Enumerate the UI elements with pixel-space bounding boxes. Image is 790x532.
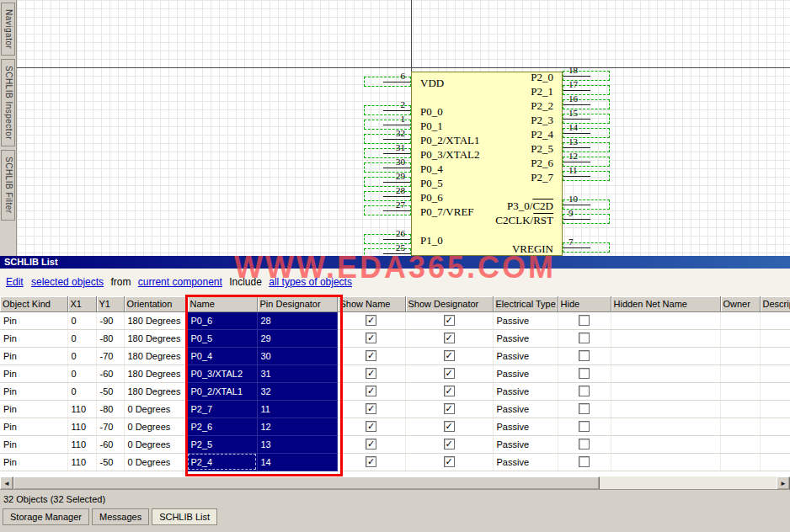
cell-name[interactable]: P0_6 <box>187 311 257 329</box>
cell-electrical-type[interactable]: Passive <box>493 453 558 471</box>
column-header-owner[interactable]: Owner <box>720 296 760 311</box>
cell-show-designator[interactable]: ✓ <box>405 364 493 382</box>
cell-hide-checkbox[interactable] <box>579 439 590 450</box>
cell-object-kind[interactable]: Pin <box>0 400 67 418</box>
cell-pin-designator[interactable]: 12 <box>257 418 337 435</box>
cell-electrical-type[interactable]: Passive <box>493 311 558 329</box>
cell-name[interactable]: P0_4 <box>187 347 257 364</box>
cell-y1[interactable]: -70 <box>96 347 124 364</box>
cell-hide[interactable] <box>558 311 611 329</box>
side-tab-schlib-inspector[interactable]: SCHLIB Inspector <box>1 59 15 146</box>
cell-show-name[interactable]: ✓ <box>337 347 405 364</box>
column-header-x1[interactable]: X1 <box>67 296 96 311</box>
cell-owner[interactable] <box>720 400 760 418</box>
pin-c2clk-rst[interactable]: 9 <box>563 214 610 224</box>
cell-show-designator-checkbox[interactable]: ✓ <box>444 368 455 379</box>
scroll-right-arrow-icon[interactable]: ► <box>777 476 790 490</box>
cell-hide-checkbox[interactable] <box>579 315 590 326</box>
cell-orientation[interactable]: 0 Degrees <box>124 435 187 453</box>
cell-hide-checkbox[interactable] <box>579 350 590 361</box>
cell-x1[interactable]: 110 <box>67 453 96 471</box>
pin-25[interactable]: 25 <box>364 248 411 256</box>
cell-show-name-checkbox[interactable]: ✓ <box>366 332 376 343</box>
cell-hidden-net-name[interactable] <box>611 347 720 364</box>
cell-object-kind[interactable]: Pin <box>0 418 67 435</box>
cell-show-designator-checkbox[interactable]: ✓ <box>444 332 455 343</box>
schematic-canvas[interactable]: VDDP0_0P0_1P0_2/XTAL1P0_3/XTAL2P0_4P0_5P… <box>17 0 790 256</box>
cell-show-designator[interactable]: ✓ <box>405 418 493 435</box>
cell-name[interactable]: P0_5 <box>187 329 257 347</box>
cell-y1[interactable]: -60 <box>96 435 124 453</box>
cell-electrical-type[interactable]: Passive <box>493 329 558 347</box>
cell-show-name-checkbox[interactable]: ✓ <box>366 368 376 379</box>
cell-y1[interactable]: -90 <box>96 311 124 329</box>
bottom-tab-schlib-list[interactable]: SCHLIB List <box>152 508 217 525</box>
column-header-object-kind[interactable]: Object Kind <box>0 296 67 311</box>
cell-electrical-type[interactable]: Passive <box>493 347 558 364</box>
cell-hide[interactable] <box>558 400 611 418</box>
cell-electrical-type[interactable]: Passive <box>493 400 558 418</box>
scrollbar-thumb[interactable] <box>13 476 600 490</box>
cell-hide-checkbox[interactable] <box>579 368 590 379</box>
cell-orientation[interactable]: 180 Degrees <box>124 311 187 329</box>
component-body[interactable]: VDDP0_0P0_1P0_2/XTAL1P0_3/XTAL2P0_4P0_5P… <box>411 72 563 256</box>
pin-p2-7[interactable]: 11 <box>563 171 610 181</box>
cell-x1[interactable]: 0 <box>67 364 96 382</box>
cell-object-kind[interactable]: Pin <box>0 453 67 471</box>
cell-orientation[interactable]: 0 Degrees <box>124 418 187 435</box>
cell-show-name-checkbox[interactable]: ✓ <box>366 456 376 467</box>
cell-name[interactable]: P2_6 <box>187 418 257 435</box>
side-tab-schlib-filter[interactable]: SCHLIB Filter <box>1 150 15 221</box>
cell-orientation[interactable]: 0 Degrees <box>124 453 187 471</box>
cell-pin-designator[interactable]: 30 <box>257 347 337 364</box>
cell-orientation[interactable]: 180 Degrees <box>124 347 187 364</box>
cell-show-name[interactable]: ✓ <box>337 400 405 418</box>
cell-description[interactable] <box>760 418 790 435</box>
cell-object-kind[interactable]: Pin <box>0 329 67 347</box>
cell-show-name-checkbox[interactable]: ✓ <box>366 403 376 414</box>
table-row[interactable]: Pin0-80180 DegreesP0_529✓✓Passive <box>0 329 790 347</box>
cell-show-name[interactable]: ✓ <box>337 453 405 471</box>
edit-mode-link[interactable]: Edit <box>6 276 24 288</box>
cell-description[interactable] <box>760 347 790 364</box>
cell-pin-designator[interactable]: 14 <box>257 453 337 471</box>
cell-hidden-net-name[interactable] <box>611 364 720 382</box>
cell-show-name[interactable]: ✓ <box>337 435 405 453</box>
cell-hidden-net-name[interactable] <box>611 382 720 400</box>
cell-name[interactable]: P2_7 <box>187 400 257 418</box>
cell-x1[interactable]: 110 <box>67 400 96 418</box>
cell-show-designator[interactable]: ✓ <box>405 347 493 364</box>
table-row[interactable]: Pin110-800 DegreesP2_711✓✓Passive <box>0 400 790 418</box>
cell-orientation[interactable]: 180 Degrees <box>124 382 187 400</box>
column-header-orientation[interactable]: Orientation <box>124 296 187 311</box>
cell-show-designator-checkbox[interactable]: ✓ <box>444 315 455 326</box>
cell-owner[interactable] <box>720 329 760 347</box>
cell-show-designator[interactable]: ✓ <box>405 400 493 418</box>
cell-hide-checkbox[interactable] <box>579 386 590 396</box>
cell-owner[interactable] <box>720 311 760 329</box>
cell-object-kind[interactable]: Pin <box>0 364 67 382</box>
cell-show-designator-checkbox[interactable]: ✓ <box>444 350 455 361</box>
cell-x1[interactable]: 0 <box>67 347 96 364</box>
cell-x1[interactable]: 110 <box>67 435 96 453</box>
cell-x1[interactable]: 0 <box>67 329 96 347</box>
cell-name[interactable]: P0_3/XTAL2 <box>187 364 257 382</box>
cell-pin-designator[interactable]: 13 <box>257 435 337 453</box>
cell-pin-designator[interactable]: 11 <box>257 400 337 418</box>
cell-object-kind[interactable]: Pin <box>0 382 67 400</box>
table-row[interactable]: Pin0-50180 DegreesP0_2/XTAL132✓✓Passive <box>0 382 790 400</box>
cell-pin-designator[interactable]: 28 <box>257 311 337 329</box>
cell-show-designator[interactable]: ✓ <box>405 453 493 471</box>
cell-show-name[interactable]: ✓ <box>337 364 405 382</box>
cell-y1[interactable]: -50 <box>96 453 124 471</box>
bottom-tab-messages[interactable]: Messages <box>92 508 149 525</box>
selected-objects-link[interactable]: selected objects <box>31 276 104 288</box>
cell-pin-designator[interactable]: 32 <box>257 382 337 400</box>
cell-description[interactable] <box>760 453 790 471</box>
cell-orientation[interactable]: 0 Degrees <box>124 400 187 418</box>
column-header-pin-designator[interactable]: Pin Designator <box>257 296 337 311</box>
cell-hide[interactable] <box>558 418 611 435</box>
cell-pin-designator[interactable]: 31 <box>257 364 337 382</box>
cell-description[interactable] <box>760 364 790 382</box>
cell-owner[interactable] <box>720 453 760 471</box>
